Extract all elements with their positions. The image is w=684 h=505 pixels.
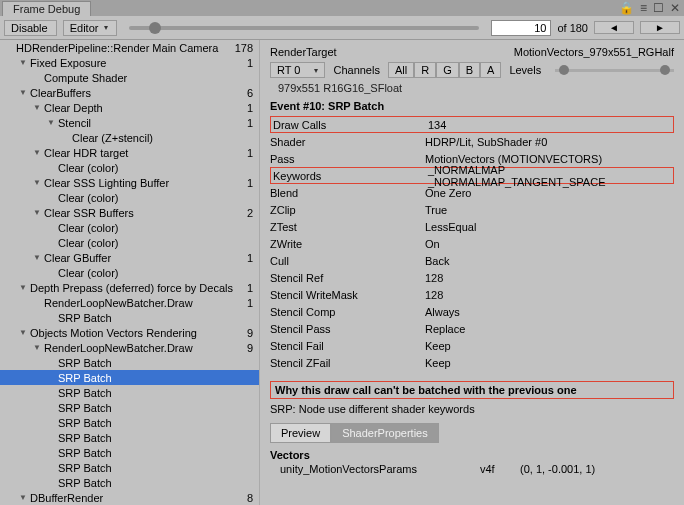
next-frame-button[interactable]: ►	[640, 21, 680, 34]
tree-item[interactable]: ▼Clear GBuffer1	[0, 250, 259, 265]
window-controls: 🔒 ≡ ☐ ✕	[619, 1, 682, 15]
channel-buttons: AllRGBA	[388, 62, 501, 78]
property-row: Keywords_NORMALMAP _NORMALMAP_TANGENT_SP…	[270, 167, 674, 184]
channel-button-all[interactable]: All	[388, 62, 414, 78]
tree-item[interactable]: Clear (color)	[0, 235, 259, 250]
tree-item[interactable]: ▼DBufferRender8	[0, 490, 259, 505]
property-key: Keywords	[273, 170, 428, 182]
tree-item-count: 1	[239, 282, 253, 294]
channel-button-g[interactable]: G	[436, 62, 459, 78]
vector-type: v4f	[480, 463, 520, 475]
frame-input[interactable]	[491, 20, 551, 36]
property-value: One Zero	[425, 187, 674, 199]
tree-item[interactable]: SRP Batch	[0, 430, 259, 445]
expand-toggle-icon[interactable]: ▼	[18, 493, 28, 502]
tree-item-label: Clear (color)	[58, 162, 119, 174]
rt-dimensions: 979x551 R16G16_SFloat	[278, 82, 674, 94]
property-key: Stencil Fail	[270, 340, 425, 352]
mode-dropdown[interactable]: Editor ▾	[63, 20, 118, 36]
channel-button-r[interactable]: R	[414, 62, 436, 78]
property-value: 128	[425, 289, 674, 301]
titlebar: Frame Debug 🔒 ≡ ☐ ✕	[0, 0, 684, 16]
tree-item[interactable]: ▼Clear SSR Buffers2	[0, 205, 259, 220]
prev-frame-button[interactable]: ◄	[594, 21, 634, 34]
tree-item[interactable]: SRP Batch	[0, 310, 259, 325]
tree-item-label: Clear (color)	[58, 267, 119, 279]
vector-row: unity_MotionVectorsParams v4f (0, 1, -0.…	[270, 463, 674, 475]
property-key: ZTest	[270, 221, 425, 233]
tree-item-label: Clear (color)	[58, 237, 119, 249]
tree-item[interactable]: ▼ClearBuffers6	[0, 85, 259, 100]
tree-item[interactable]: Compute Shader	[0, 70, 259, 85]
tree-item[interactable]: Clear (color)	[0, 265, 259, 280]
maximize-icon[interactable]: ☐	[653, 1, 664, 15]
tree-item[interactable]: SRP Batch	[0, 400, 259, 415]
tree-item[interactable]: SRP Batch	[0, 355, 259, 370]
tab-area: Frame Debug	[2, 0, 91, 16]
menu-icon[interactable]: ≡	[640, 1, 647, 15]
expand-toggle-icon[interactable]: ▼	[46, 118, 56, 127]
tree-item[interactable]: SRP Batch	[0, 370, 259, 385]
expand-toggle-icon[interactable]: ▼	[18, 58, 28, 67]
tree-item-label: SRP Batch	[58, 462, 112, 474]
property-value: HDRP/Lit, SubShader #0	[425, 136, 674, 148]
tree-item[interactable]: RenderLoopNewBatcher.Draw1	[0, 295, 259, 310]
channel-button-a[interactable]: A	[480, 62, 501, 78]
event-tree[interactable]: HDRenderPipeline::Render Main Camera178▼…	[0, 40, 260, 505]
tree-item[interactable]: Clear (color)	[0, 220, 259, 235]
property-value: Always	[425, 306, 674, 318]
tree-item[interactable]: SRP Batch	[0, 415, 259, 430]
property-key: Stencil ZFail	[270, 357, 425, 369]
tree-item[interactable]: ▼Clear Depth1	[0, 100, 259, 115]
tree-item[interactable]: ▼Depth Prepass (deferred) force by Decal…	[0, 280, 259, 295]
tree-item-label: Clear SSR Buffers	[44, 207, 134, 219]
tree-item[interactable]: ▼RenderLoopNewBatcher.Draw9	[0, 340, 259, 355]
window-tab[interactable]: Frame Debug	[2, 1, 91, 16]
tree-item-label: RenderLoopNewBatcher.Draw	[44, 342, 193, 354]
expand-toggle-icon[interactable]: ▼	[18, 283, 28, 292]
tree-item[interactable]: Clear (color)	[0, 160, 259, 175]
tree-item[interactable]: ▼Clear SSS Lighting Buffer1	[0, 175, 259, 190]
tab-preview[interactable]: Preview	[270, 423, 331, 443]
tree-item[interactable]: Clear (Z+stencil)	[0, 130, 259, 145]
tree-item[interactable]: Clear (color)	[0, 190, 259, 205]
property-value: Keep	[425, 357, 674, 369]
tree-item-label: SRP Batch	[58, 372, 112, 384]
expand-toggle-icon[interactable]: ▼	[32, 208, 42, 217]
expand-toggle-icon[interactable]: ▼	[32, 178, 42, 187]
tree-item[interactable]: SRP Batch	[0, 475, 259, 490]
tree-item[interactable]: ▼Objects Motion Vectors Rendering9	[0, 325, 259, 340]
tab-shaderproperties[interactable]: ShaderProperties	[331, 423, 439, 443]
frame-slider[interactable]	[129, 26, 479, 30]
slider-thumb[interactable]	[149, 22, 161, 34]
tree-item[interactable]: SRP Batch	[0, 460, 259, 475]
expand-toggle-icon[interactable]: ▼	[32, 103, 42, 112]
tree-item-label: Stencil	[58, 117, 91, 129]
channel-button-b[interactable]: B	[459, 62, 480, 78]
enable-label: Disable	[11, 22, 48, 34]
tree-item[interactable]: SRP Batch	[0, 385, 259, 400]
tree-item-label: Clear HDR target	[44, 147, 128, 159]
tree-item[interactable]: ▼Stencil1	[0, 115, 259, 130]
expand-toggle-icon[interactable]: ▼	[32, 148, 42, 157]
tree-item-label: SRP Batch	[58, 447, 112, 459]
tree-item[interactable]: ▼Clear HDR target1	[0, 145, 259, 160]
rt-dropdown[interactable]: RT 0 ▾	[270, 62, 325, 78]
tree-item[interactable]: SRP Batch	[0, 445, 259, 460]
property-row: ZWriteOn	[270, 235, 674, 252]
tree-item[interactable]: ▼Fixed Exposure1	[0, 55, 259, 70]
tree-item[interactable]: HDRenderPipeline::Render Main Camera178	[0, 40, 259, 55]
expand-toggle-icon[interactable]: ▼	[32, 343, 42, 352]
tree-item-label: SRP Batch	[58, 312, 112, 324]
property-key: ZClip	[270, 204, 425, 216]
expand-toggle-icon[interactable]: ▼	[32, 253, 42, 262]
lock-icon[interactable]: 🔒	[619, 1, 634, 15]
close-icon[interactable]: ✕	[670, 1, 680, 15]
property-row: ShaderHDRP/Lit, SubShader #0	[270, 133, 674, 150]
expand-toggle-icon[interactable]: ▼	[18, 88, 28, 97]
enable-toggle-button[interactable]: Disable	[4, 20, 57, 36]
tree-item-count: 9	[239, 327, 253, 339]
chevron-down-icon: ▾	[104, 23, 108, 32]
expand-toggle-icon[interactable]: ▼	[18, 328, 28, 337]
levels-slider[interactable]	[555, 69, 674, 72]
